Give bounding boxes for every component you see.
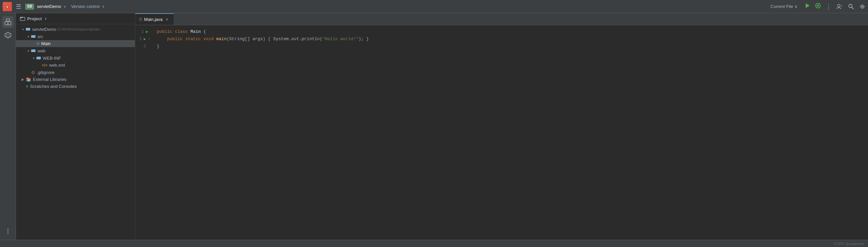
tree-node-label-main: Main	[41, 41, 51, 46]
run-icon[interactable]	[804, 3, 810, 10]
sidebar-item-scratches[interactable]: ≡ Scratches and Consoles	[16, 83, 135, 90]
activity-item-plugins[interactable]	[2, 29, 14, 41]
topbar: ☰ SD servletDemo ∨ Version control ∨ Cur…	[0, 0, 868, 13]
run-gutter-2[interactable]: ▶	[144, 37, 146, 41]
sidebar-item-main[interactable]: © Main	[16, 40, 135, 47]
code-line-2: public static void main(String[] args) {…	[157, 35, 865, 42]
brace-open: {	[203, 29, 206, 34]
tab-java-icon: ©	[139, 17, 142, 22]
tab-close-icon[interactable]: ✕	[164, 17, 170, 22]
main-area: Project ∨ ▾ servletDemo D:\Work\workspac…	[0, 13, 868, 240]
code-lines: public class Main { public static void m…	[154, 28, 868, 237]
fold-gutter-2[interactable]: ›	[148, 37, 150, 41]
topbar-left: ☰ SD servletDemo ∨ Version control ∨	[3, 2, 769, 11]
svg-point-9	[861, 5, 864, 8]
out-field: out	[291, 36, 299, 41]
code-editor[interactable]: 1 ▶ 2 ▶ › 5	[135, 25, 868, 240]
bottom-bar: CSDN @pageniao	[0, 240, 868, 247]
type-string: String	[229, 36, 245, 41]
project-name: servletDemo	[37, 4, 61, 9]
svg-line-7	[852, 7, 854, 9]
println-call: .println(	[299, 36, 322, 41]
sidebar-item-src[interactable]: ▾ src	[16, 33, 135, 40]
svg-point-0	[7, 6, 8, 8]
version-control-label[interactable]: Version control	[71, 4, 99, 9]
version-control-dropdown-arrow[interactable]: ∨	[102, 5, 104, 9]
tab-main-java[interactable]: © Main.java ✕	[135, 13, 174, 25]
tree-node-label-gitignore: .gitignore	[37, 70, 54, 75]
library-icon: 📚	[26, 77, 31, 82]
activity-item-more[interactable]	[2, 225, 14, 237]
svg-rect-21	[31, 50, 35, 52]
keyword-class: class	[175, 29, 191, 34]
indent-2	[157, 36, 167, 41]
tree-arrow-webinf: ▾	[32, 56, 35, 60]
tree-node-label-extlibs: External Libraries	[33, 77, 66, 82]
line-num-1: 1	[142, 29, 144, 34]
current-file-label: Current File	[771, 4, 793, 9]
keyword-static: static	[185, 36, 204, 41]
collab-icon[interactable]: +	[836, 3, 843, 10]
svg-text:+: +	[841, 4, 843, 7]
tree-node-path-servletdemo: D:\Work\workspace\javaw...	[58, 27, 102, 31]
sidebar-tree: ▾ servletDemo D:\Work\workspace\javaw...…	[16, 24, 135, 240]
sidebar-project-label: Project	[27, 16, 42, 21]
topbar-right: Current File ∨ ⋮ +	[769, 3, 865, 10]
project-dropdown-arrow[interactable]: ∨	[64, 5, 66, 9]
svg-rect-11	[8, 22, 11, 25]
paren-open: (	[227, 36, 229, 41]
sidebar-item-extlibs[interactable]: ▶ 📚 External Libraries	[16, 76, 135, 83]
java-file-icon: ©	[36, 41, 40, 46]
tree-node-label-webinf: WEB-INF	[43, 56, 61, 61]
run-gutter-1[interactable]: ▶	[146, 30, 148, 34]
search-icon[interactable]	[848, 4, 854, 10]
topbar-action-icons: +	[836, 3, 865, 10]
sidebar-item-webxml[interactable]: </> web.xml	[16, 62, 135, 69]
sidebar-folder-icon	[20, 16, 25, 21]
svg-point-15	[7, 229, 8, 230]
sidebar-item-web[interactable]: ▾ web	[16, 47, 135, 54]
svg-point-3	[817, 5, 819, 7]
folder-icon-web	[31, 48, 36, 53]
svg-rect-19	[26, 28, 30, 31]
svg-point-8	[862, 6, 863, 7]
method-main: main	[216, 36, 227, 41]
app-logo	[3, 2, 12, 11]
editor-area: © Main.java ✕ 1 ▶ 2 ▶ ›	[135, 13, 868, 240]
settings-icon[interactable]	[859, 4, 865, 10]
bracket-arr: []	[245, 36, 252, 41]
tree-arrow-servletdemo: ▾	[21, 28, 25, 31]
editor-tabs: © Main.java ✕	[135, 13, 868, 25]
keyword-void: void	[203, 36, 216, 41]
sidebar-item-webinf[interactable]: ▾ WEB-INF	[16, 54, 135, 62]
line-num-2: 2	[139, 36, 142, 41]
tree-node-label-webxml: web.xml	[49, 63, 65, 68]
tree-node-label-src: src	[37, 34, 43, 39]
code-line-5: }	[157, 42, 865, 50]
svg-point-17	[7, 233, 8, 234]
activity-item-project[interactable]	[2, 16, 14, 28]
debug-icon[interactable]	[815, 3, 821, 10]
activity-bar	[0, 13, 16, 240]
system-class: System	[273, 36, 289, 41]
sidebar-header: Project ∨	[16, 13, 135, 24]
tab-label-main: Main.java	[144, 17, 163, 22]
sidebar-dropdown-arrow[interactable]: ∨	[44, 17, 47, 21]
dot-1: .	[289, 36, 291, 41]
line-number-1: 1 ▶	[139, 28, 150, 35]
tree-arrow-src: ▾	[27, 35, 30, 38]
svg-rect-12	[6, 19, 10, 21]
svg-marker-14	[7, 34, 9, 37]
folder-icon-src	[31, 34, 36, 39]
sidebar-item-servletdemo[interactable]: ▾ servletDemo D:\Work\workspace\javaw...	[16, 26, 135, 33]
gitignore-icon: ⊘	[31, 70, 35, 75]
sidebar-item-gitignore[interactable]: ⊘ .gitignore	[16, 69, 135, 76]
current-file-dropdown-icon: ∨	[795, 4, 798, 9]
more-options-icon[interactable]: ⋮	[826, 3, 832, 10]
tree-node-label-servletdemo: servletDemo	[32, 27, 56, 32]
svg-rect-10	[5, 22, 8, 25]
hamburger-menu-icon[interactable]: ☰	[14, 2, 23, 11]
class-name: Main	[190, 29, 203, 34]
current-file-button[interactable]: Current File ∨	[769, 3, 800, 10]
keyword-public-1: public	[157, 29, 175, 34]
